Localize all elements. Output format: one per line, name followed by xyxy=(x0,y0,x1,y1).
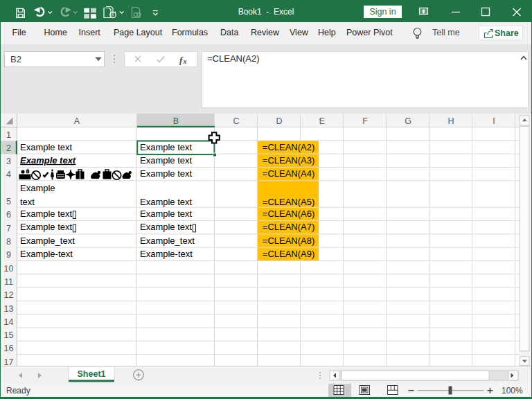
svg-text:13: 13 xyxy=(4,304,14,314)
svg-text:=CLEAN(A2): =CLEAN(A2) xyxy=(263,142,315,152)
svg-text:Example text: Example text xyxy=(140,168,193,179)
svg-text:I: I xyxy=(493,116,495,126)
svg-text:C: C xyxy=(233,116,239,126)
svg-text:Example text: Example text xyxy=(140,197,193,207)
svg-text:=CLEAN(A8): =CLEAN(A8) xyxy=(263,236,315,246)
svg-text:7: 7 xyxy=(6,224,11,233)
svg-text:Example text: Example text xyxy=(140,155,193,166)
svg-text:1: 1 xyxy=(6,130,11,140)
svg-text:Example: Example xyxy=(20,183,55,193)
svg-text:H: H xyxy=(447,116,454,126)
svg-text:E: E xyxy=(319,116,325,126)
svg-text:14: 14 xyxy=(4,317,14,327)
svg-text:text: text xyxy=(20,197,35,207)
svg-text:9: 9 xyxy=(6,250,11,260)
svg-text:Example text: Example text xyxy=(20,222,73,232)
svg-text:G: G xyxy=(405,116,411,126)
svg-text:=CLEAN(A3): =CLEAN(A3) xyxy=(263,155,315,166)
svg-text:Example-text: Example-text xyxy=(20,249,73,259)
svg-text:11: 11 xyxy=(4,277,13,287)
svg-text:16: 16 xyxy=(4,344,14,353)
svg-text:=CLEAN(A9): =CLEAN(A9) xyxy=(263,249,315,259)
svg-text:8: 8 xyxy=(6,237,11,247)
svg-text:=CLEAN(A7): =CLEAN(A7) xyxy=(263,222,315,232)
svg-text:17: 17 xyxy=(4,357,14,366)
svg-text:B: B xyxy=(173,116,179,126)
svg-text:F: F xyxy=(362,116,368,126)
svg-text:=CLEAN(A6): =CLEAN(A6) xyxy=(263,209,315,219)
svg-text:Sheet1: Sheet1 xyxy=(78,369,106,379)
svg-text:Example text: Example text xyxy=(20,209,73,219)
svg-text:Example text: Example text xyxy=(20,142,73,152)
svg-text:2: 2 xyxy=(6,143,11,153)
svg-text:D: D xyxy=(276,116,282,126)
svg-text:=CLEAN(A5): =CLEAN(A5) xyxy=(263,197,315,207)
svg-text:Example text: Example text xyxy=(20,155,76,166)
svg-text:x: x xyxy=(183,57,187,65)
svg-text:5: 5 xyxy=(6,197,11,206)
svg-text:4: 4 xyxy=(6,170,11,179)
svg-text:Example text: Example text xyxy=(140,142,193,152)
svg-text:Example-text: Example-text xyxy=(140,249,193,259)
svg-text:6: 6 xyxy=(6,210,11,220)
svg-text:12: 12 xyxy=(4,290,14,300)
svg-text:Example text: Example text xyxy=(140,209,193,219)
svg-text:Example_text: Example_text xyxy=(140,236,195,246)
svg-text:Example_text: Example_text xyxy=(20,236,75,246)
svg-text:3: 3 xyxy=(6,157,11,166)
svg-text:15: 15 xyxy=(4,330,14,340)
svg-text:=CLEAN(A4): =CLEAN(A4) xyxy=(263,168,315,179)
svg-text:Example text: Example text xyxy=(140,222,193,232)
svg-text:10: 10 xyxy=(4,264,14,274)
svg-text:A: A xyxy=(74,116,80,126)
